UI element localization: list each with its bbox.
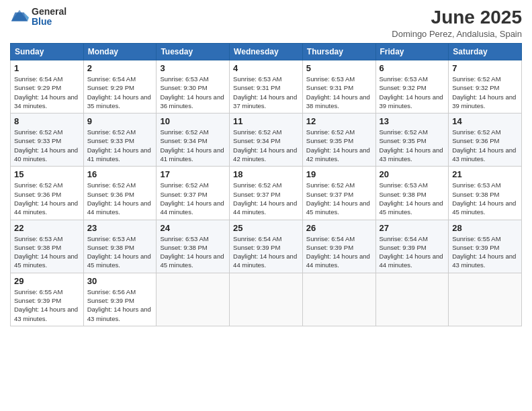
month-title: June 2025 bbox=[392, 7, 522, 28]
week-row-4: 22 Sunrise: 6:53 AMSunset: 9:38 PMDaylig… bbox=[11, 220, 522, 273]
day-cell-6: 6 Sunrise: 6:53 AMSunset: 9:32 PMDayligh… bbox=[375, 60, 449, 113]
week-row-2: 8 Sunrise: 6:52 AMSunset: 9:33 PMDayligh… bbox=[11, 113, 522, 167]
day-cell-19: 19 Sunrise: 6:52 AMSunset: 9:37 PMDaylig… bbox=[302, 167, 375, 220]
day-cell-23: 23 Sunrise: 6:53 AMSunset: 9:38 PMDaylig… bbox=[83, 220, 157, 273]
day-info: Sunrise: 6:52 AMSunset: 9:36 PMDaylight:… bbox=[452, 128, 518, 163]
day-number: 7 bbox=[452, 63, 518, 73]
day-info: Sunrise: 6:54 AMSunset: 9:39 PMDaylight:… bbox=[306, 234, 372, 270]
day-cell-21: 21 Sunrise: 6:53 AMSunset: 9:38 PMDaylig… bbox=[449, 167, 522, 220]
logo: General Blue bbox=[10, 7, 66, 28]
day-info: Sunrise: 6:53 AMSunset: 9:38 PMDaylight:… bbox=[14, 234, 80, 270]
day-info: Sunrise: 6:52 AMSunset: 9:35 PMDaylight:… bbox=[380, 128, 445, 163]
day-number: 12 bbox=[306, 116, 372, 126]
day-number: 22 bbox=[14, 223, 80, 233]
day-info: Sunrise: 6:52 AMSunset: 9:36 PMDaylight:… bbox=[14, 181, 80, 216]
day-info: Sunrise: 6:53 AMSunset: 9:31 PMDaylight:… bbox=[306, 75, 372, 110]
day-info: Sunrise: 6:53 AMSunset: 9:31 PMDaylight:… bbox=[233, 75, 299, 110]
day-number: 29 bbox=[14, 276, 80, 286]
col-header-saturday: Saturday bbox=[449, 44, 522, 60]
logo-general: General bbox=[32, 7, 66, 17]
day-number: 24 bbox=[160, 223, 226, 233]
day-number: 6 bbox=[380, 63, 445, 73]
day-cell-4: 4 Sunrise: 6:53 AMSunset: 9:31 PMDayligh… bbox=[230, 60, 303, 113]
day-cell-15: 15 Sunrise: 6:52 AMSunset: 9:36 PMDaylig… bbox=[11, 167, 84, 220]
week-row-3: 15 Sunrise: 6:52 AMSunset: 9:36 PMDaylig… bbox=[11, 167, 522, 220]
day-number: 16 bbox=[87, 169, 153, 179]
day-cell-14: 14 Sunrise: 6:52 AMSunset: 9:36 PMDaylig… bbox=[449, 113, 522, 167]
day-number: 26 bbox=[306, 223, 372, 233]
day-info: Sunrise: 6:54 AMSunset: 9:39 PMDaylight:… bbox=[380, 234, 445, 270]
calendar-header-row: SundayMondayTuesdayWednesdayThursdayFrid… bbox=[11, 44, 522, 60]
day-info: Sunrise: 6:55 AMSunset: 9:39 PMDaylight:… bbox=[452, 234, 518, 270]
day-info: Sunrise: 6:52 AMSunset: 9:37 PMDaylight:… bbox=[160, 181, 226, 216]
day-number: 28 bbox=[452, 223, 518, 233]
day-number: 17 bbox=[160, 169, 226, 179]
col-header-tuesday: Tuesday bbox=[157, 44, 230, 60]
day-cell-2: 2 Sunrise: 6:54 AMSunset: 9:29 PMDayligh… bbox=[83, 60, 157, 113]
week-row-5: 29 Sunrise: 6:55 AMSunset: 9:39 PMDaylig… bbox=[11, 273, 522, 326]
empty-cell bbox=[157, 273, 230, 326]
day-info: Sunrise: 6:52 AMSunset: 9:33 PMDaylight:… bbox=[14, 128, 80, 163]
calendar-table: SundayMondayTuesdayWednesdayThursdayFrid… bbox=[10, 43, 522, 326]
day-number: 30 bbox=[87, 276, 153, 286]
day-cell-1: 1 Sunrise: 6:54 AMSunset: 9:29 PMDayligh… bbox=[11, 60, 84, 113]
day-number: 21 bbox=[452, 169, 518, 179]
col-header-friday: Friday bbox=[375, 44, 449, 60]
day-number: 4 bbox=[233, 63, 299, 73]
day-cell-12: 12 Sunrise: 6:52 AMSunset: 9:35 PMDaylig… bbox=[302, 113, 375, 167]
day-info: Sunrise: 6:53 AMSunset: 9:38 PMDaylight:… bbox=[380, 181, 445, 216]
day-number: 9 bbox=[87, 116, 153, 126]
day-number: 3 bbox=[160, 63, 226, 73]
day-info: Sunrise: 6:52 AMSunset: 9:32 PMDaylight:… bbox=[452, 75, 518, 110]
day-number: 1 bbox=[14, 63, 80, 73]
day-cell-8: 8 Sunrise: 6:52 AMSunset: 9:33 PMDayligh… bbox=[11, 113, 84, 167]
day-info: Sunrise: 6:54 AMSunset: 9:29 PMDaylight:… bbox=[14, 75, 80, 110]
day-info: Sunrise: 6:53 AMSunset: 9:38 PMDaylight:… bbox=[87, 234, 153, 270]
day-number: 11 bbox=[233, 116, 299, 126]
day-number: 19 bbox=[306, 169, 372, 179]
day-info: Sunrise: 6:52 AMSunset: 9:34 PMDaylight:… bbox=[233, 128, 299, 163]
day-number: 13 bbox=[380, 116, 445, 126]
empty-cell bbox=[302, 273, 375, 326]
day-number: 10 bbox=[160, 116, 226, 126]
day-number: 20 bbox=[380, 169, 445, 179]
empty-cell bbox=[449, 273, 522, 326]
day-info: Sunrise: 6:52 AMSunset: 9:35 PMDaylight:… bbox=[306, 128, 372, 163]
day-cell-25: 25 Sunrise: 6:54 AMSunset: 9:39 PMDaylig… bbox=[230, 220, 303, 273]
day-cell-26: 26 Sunrise: 6:54 AMSunset: 9:39 PMDaylig… bbox=[302, 220, 375, 273]
day-number: 15 bbox=[14, 169, 80, 179]
day-info: Sunrise: 6:56 AMSunset: 9:39 PMDaylight:… bbox=[87, 287, 153, 323]
day-number: 23 bbox=[87, 223, 153, 233]
day-cell-16: 16 Sunrise: 6:52 AMSunset: 9:36 PMDaylig… bbox=[83, 167, 157, 220]
day-info: Sunrise: 6:52 AMSunset: 9:37 PMDaylight:… bbox=[233, 181, 299, 216]
page: General Blue June 2025 Domingo Perez, An… bbox=[0, 0, 532, 411]
day-cell-9: 9 Sunrise: 6:52 AMSunset: 9:33 PMDayligh… bbox=[83, 113, 157, 167]
empty-cell bbox=[375, 273, 449, 326]
day-info: Sunrise: 6:52 AMSunset: 9:37 PMDaylight:… bbox=[306, 181, 372, 216]
day-info: Sunrise: 6:52 AMSunset: 9:33 PMDaylight:… bbox=[87, 128, 153, 163]
day-cell-5: 5 Sunrise: 6:53 AMSunset: 9:31 PMDayligh… bbox=[302, 60, 375, 113]
day-cell-20: 20 Sunrise: 6:53 AMSunset: 9:38 PMDaylig… bbox=[375, 167, 449, 220]
week-row-1: 1 Sunrise: 6:54 AMSunset: 9:29 PMDayligh… bbox=[11, 60, 522, 113]
day-info: Sunrise: 6:53 AMSunset: 9:38 PMDaylight:… bbox=[160, 234, 226, 270]
day-info: Sunrise: 6:52 AMSunset: 9:34 PMDaylight:… bbox=[160, 128, 226, 163]
day-number: 25 bbox=[233, 223, 299, 233]
day-info: Sunrise: 6:54 AMSunset: 9:39 PMDaylight:… bbox=[233, 234, 299, 270]
logo-blue: Blue bbox=[32, 17, 66, 27]
day-cell-22: 22 Sunrise: 6:53 AMSunset: 9:38 PMDaylig… bbox=[11, 220, 84, 273]
day-cell-13: 13 Sunrise: 6:52 AMSunset: 9:35 PMDaylig… bbox=[375, 113, 449, 167]
empty-cell bbox=[230, 273, 303, 326]
day-info: Sunrise: 6:53 AMSunset: 9:38 PMDaylight:… bbox=[452, 181, 518, 216]
day-info: Sunrise: 6:52 AMSunset: 9:36 PMDaylight:… bbox=[87, 181, 153, 216]
day-cell-27: 27 Sunrise: 6:54 AMSunset: 9:39 PMDaylig… bbox=[375, 220, 449, 273]
day-info: Sunrise: 6:55 AMSunset: 9:39 PMDaylight:… bbox=[14, 287, 80, 323]
day-number: 2 bbox=[87, 63, 153, 73]
day-cell-3: 3 Sunrise: 6:53 AMSunset: 9:30 PMDayligh… bbox=[157, 60, 230, 113]
col-header-monday: Monday bbox=[83, 44, 157, 60]
day-info: Sunrise: 6:54 AMSunset: 9:29 PMDaylight:… bbox=[87, 75, 153, 110]
day-number: 14 bbox=[452, 116, 518, 126]
day-cell-29: 29 Sunrise: 6:55 AMSunset: 9:39 PMDaylig… bbox=[11, 273, 84, 326]
col-header-wednesday: Wednesday bbox=[230, 44, 303, 60]
day-cell-11: 11 Sunrise: 6:52 AMSunset: 9:34 PMDaylig… bbox=[230, 113, 303, 167]
day-info: Sunrise: 6:53 AMSunset: 9:32 PMDaylight:… bbox=[380, 75, 445, 110]
